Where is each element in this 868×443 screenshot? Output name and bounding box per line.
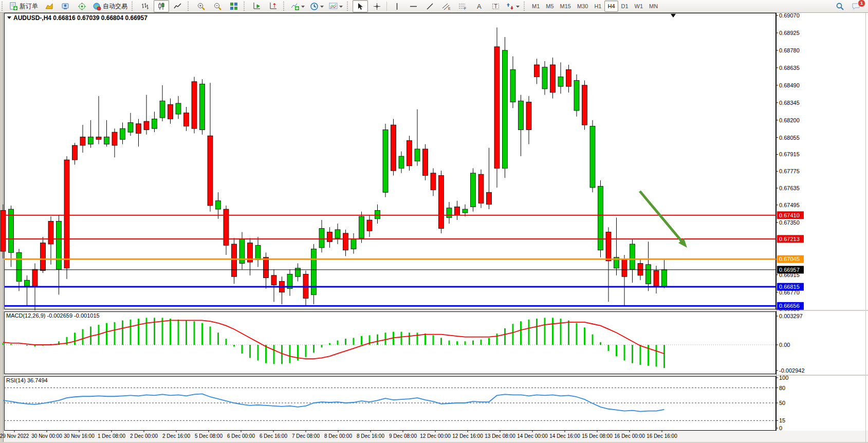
panel-splitter[interactable] bbox=[0, 375, 868, 376]
price-level-badge-label: 0.66957 bbox=[779, 267, 800, 273]
candle-body bbox=[463, 209, 468, 213]
equidistant-channel-tool-button[interactable]: E bbox=[438, 0, 454, 12]
timeframe-button-m30[interactable]: M30 bbox=[574, 1, 591, 12]
candle-body bbox=[367, 220, 372, 231]
symbol-label: AUDUSD-,H4 0.66816 0.67039 0.66804 0.669… bbox=[13, 14, 147, 22]
candle-body bbox=[574, 80, 579, 110]
toolbar-grip[interactable] bbox=[2, 2, 5, 11]
price-tick-label: 0.68925 bbox=[779, 30, 800, 36]
candle-body bbox=[168, 104, 173, 119]
price-tick-label: 0.68490 bbox=[779, 82, 800, 88]
strategy-tester-button[interactable] bbox=[74, 0, 89, 12]
toolbar-grip[interactable] bbox=[188, 2, 191, 11]
market-watch-button[interactable] bbox=[41, 0, 57, 12]
candle-body bbox=[622, 260, 627, 276]
candle-body bbox=[638, 263, 643, 275]
time-tick-label: 30 Nov 16:00 bbox=[64, 433, 95, 439]
candlestick-mode-button[interactable] bbox=[154, 0, 169, 12]
price-level-badge-label: 0.67045 bbox=[779, 256, 800, 262]
candle-body bbox=[112, 132, 117, 145]
chevron-down-icon bbox=[301, 5, 305, 8]
horizontal-line-icon bbox=[410, 3, 417, 10]
zoom-in-button[interactable] bbox=[193, 0, 209, 12]
toolbar-grip[interactable] bbox=[283, 2, 287, 11]
rsi-axis-label: 100 bbox=[779, 375, 788, 381]
candle-body bbox=[606, 232, 611, 261]
indicators-button[interactable] bbox=[289, 0, 307, 12]
terminal-button[interactable] bbox=[58, 0, 73, 12]
timeframe-button-w1[interactable]: W1 bbox=[632, 1, 647, 12]
text-label-tool-button[interactable]: T bbox=[488, 0, 503, 12]
candle-body bbox=[415, 149, 420, 161]
timeframe-group: M1M5M15M30H1H4D1W1MN bbox=[529, 1, 661, 12]
text-tool-button[interactable]: A bbox=[471, 0, 487, 12]
auto-trading-button[interactable]: 自动交易 bbox=[90, 0, 130, 12]
time-tick-label: 30 Nov 00:00 bbox=[31, 433, 62, 439]
shapes-tool-button[interactable] bbox=[504, 0, 522, 12]
panel-splitter[interactable] bbox=[0, 310, 868, 311]
chart-shift-button[interactable] bbox=[266, 0, 281, 12]
vertical-line-tool-button[interactable] bbox=[389, 0, 404, 12]
fibonacci-tool-button[interactable]: F bbox=[455, 0, 470, 12]
search-button[interactable] bbox=[832, 0, 847, 12]
chart-title: AUDUSD-,H4 0.66816 0.67039 0.66804 0.669… bbox=[7, 14, 147, 22]
timeframe-button-h1[interactable]: H1 bbox=[591, 1, 604, 12]
templates-button[interactable] bbox=[327, 0, 345, 12]
candle-body bbox=[359, 216, 364, 238]
crosshair-icon bbox=[373, 3, 381, 10]
price-level-badge-label: 0.66815 bbox=[779, 284, 800, 290]
candle-body bbox=[487, 192, 492, 204]
vertical-line-icon bbox=[393, 3, 401, 10]
time-tick-label: 2 Dec 00:00 bbox=[130, 433, 158, 439]
new-order-button[interactable]: 新订单 bbox=[7, 0, 40, 12]
tile-windows-icon bbox=[230, 2, 238, 10]
timeframe-button-m1[interactable]: M1 bbox=[529, 1, 543, 12]
bar-chart-mode-button[interactable] bbox=[137, 0, 153, 12]
cursor-tool-button[interactable] bbox=[353, 0, 368, 12]
auto-scroll-button[interactable] bbox=[249, 0, 265, 12]
candle-body bbox=[25, 280, 30, 286]
candle-body bbox=[80, 137, 85, 145]
time-tick-label: 16 Dec 00:00 bbox=[614, 433, 645, 439]
candle-body bbox=[216, 201, 221, 209]
toolbar-grip[interactable] bbox=[524, 2, 527, 11]
toolbar: 新订单 自动交易 bbox=[0, 0, 868, 13]
toolbar-grip[interactable] bbox=[244, 2, 247, 11]
chart-shift-icon bbox=[269, 2, 278, 10]
macd-label: MACD(12,26,9) -0.002659 -0.001015 bbox=[6, 312, 100, 319]
timeframe-button-h4[interactable]: H4 bbox=[604, 1, 618, 12]
line-chart-mode-button[interactable] bbox=[170, 0, 186, 12]
candle-body bbox=[534, 65, 540, 77]
timeframe-button-m5[interactable]: M5 bbox=[543, 1, 557, 12]
time-tick-label: 6 Dec 00:00 bbox=[227, 433, 255, 439]
trendline-icon bbox=[426, 3, 434, 10]
toolbar-grip[interactable] bbox=[347, 2, 350, 11]
price-tick-label: 0.67350 bbox=[779, 219, 800, 226]
price-level-badge-label: 0.66656 bbox=[779, 303, 800, 309]
toolbar-grip[interactable] bbox=[132, 2, 135, 11]
notifications-button[interactable]: 1 bbox=[848, 0, 864, 12]
time-tick-label: 1 Dec 08:00 bbox=[98, 433, 125, 439]
tile-windows-button[interactable] bbox=[226, 0, 242, 12]
zoom-out-button[interactable] bbox=[210, 0, 225, 12]
candle-body bbox=[447, 208, 452, 218]
candle-body bbox=[192, 82, 197, 128]
price-tick-label: 0.68780 bbox=[779, 47, 800, 53]
candle-body bbox=[503, 50, 508, 169]
periods-button[interactable] bbox=[308, 0, 326, 12]
timeframe-button-m15[interactable]: M15 bbox=[557, 1, 574, 12]
trendline-tool-button[interactable] bbox=[422, 0, 437, 12]
candle-body bbox=[41, 243, 46, 271]
candle-body bbox=[375, 210, 380, 218]
candle-body bbox=[104, 137, 109, 144]
crosshair-tool-button[interactable] bbox=[369, 0, 384, 12]
candle-body bbox=[32, 269, 38, 286]
horizontal-line-tool-button[interactable] bbox=[405, 0, 421, 12]
line-chart-icon bbox=[174, 2, 182, 10]
timeframe-button-mn[interactable]: MN bbox=[646, 1, 661, 12]
candle-body bbox=[120, 128, 125, 139]
candle-body bbox=[519, 101, 524, 130]
chart-area[interactable]: 0.690700.689250.687800.686350.684900.683… bbox=[0, 0, 868, 443]
timeframe-button-d1[interactable]: D1 bbox=[618, 1, 632, 12]
zoom-out-icon bbox=[213, 2, 222, 11]
